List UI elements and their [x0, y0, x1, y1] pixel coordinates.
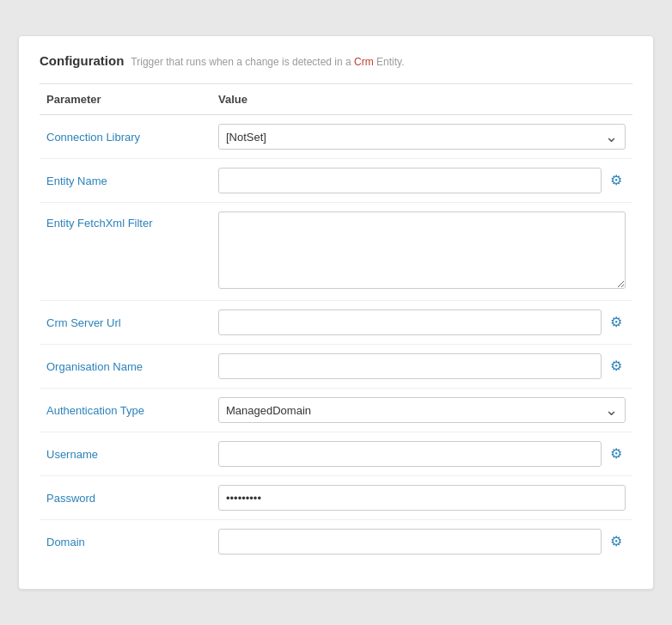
table-row: Organisation Name⚙	[40, 345, 632, 389]
select-authentication-type[interactable]: ManagedDomain⌄	[218, 397, 626, 423]
value-domain: ⚙	[211, 520, 632, 564]
table-row: Domain⚙	[40, 520, 632, 564]
label-organisation-name: Organisation Name	[40, 345, 211, 389]
table-row: Authentication TypeManagedDomain⌄	[40, 389, 632, 432]
value-entity-fetchxml-filter	[211, 203, 632, 301]
value-organisation-name: ⚙	[211, 345, 632, 389]
select-value-authentication-type: ManagedDomain	[226, 404, 311, 417]
chevron-down-icon: ⌄	[605, 402, 618, 418]
table-row: Username⚙	[40, 432, 632, 476]
card-subtitle: Trigger that runs when a change is detec…	[131, 56, 404, 68]
gear-button-username[interactable]: ⚙	[607, 445, 626, 463]
select-value-connection-library: [NotSet]	[226, 131, 266, 144]
label-entity-name: Entity Name	[40, 159, 211, 203]
label-entity-fetchxml-filter: Entity FetchXml Filter	[40, 203, 211, 301]
gear-button-organisation-name[interactable]: ⚙	[607, 358, 626, 375]
input-wrap-entity-name: ⚙	[218, 168, 626, 193]
value-password	[211, 476, 632, 520]
table-row: Entity Name⚙	[40, 159, 632, 203]
table-row: Entity FetchXml Filter	[40, 203, 632, 301]
input-wrap-password	[218, 485, 626, 511]
card-header: Configuration Trigger that runs when a c…	[40, 53, 632, 68]
label-crm-server-url: Crm Server Url	[40, 301, 211, 345]
gear-button-domain[interactable]: ⚙	[607, 533, 626, 550]
input-organisation-name[interactable]	[218, 353, 602, 379]
label-connection-library: Connection Library	[40, 115, 211, 159]
card-title: Configuration	[40, 53, 124, 68]
input-wrap-username: ⚙	[218, 441, 626, 467]
input-username[interactable]	[218, 441, 602, 467]
input-entity-name[interactable]	[218, 168, 602, 193]
gear-button-entity-name[interactable]: ⚙	[607, 172, 626, 189]
input-wrap-domain: ⚙	[218, 529, 626, 555]
textarea-entity-fetchxml-filter[interactable]	[218, 211, 626, 289]
input-wrap-crm-server-url: ⚙	[218, 309, 626, 335]
input-wrap-organisation-name: ⚙	[218, 353, 626, 379]
chevron-down-icon: ⌄	[605, 129, 618, 144]
table-row: Password	[40, 476, 632, 520]
label-authentication-type: Authentication Type	[40, 389, 211, 432]
configuration-card: Configuration Trigger that runs when a c…	[18, 35, 654, 590]
select-connection-library[interactable]: [NotSet]⌄	[218, 124, 626, 150]
label-username: Username	[40, 432, 211, 476]
input-domain[interactable]	[218, 529, 602, 555]
table-row: Connection Library[NotSet]⌄	[40, 115, 632, 159]
value-crm-server-url: ⚙	[211, 301, 632, 345]
value-authentication-type: ManagedDomain⌄	[211, 389, 632, 432]
value-entity-name: ⚙	[211, 159, 632, 203]
value-username: ⚙	[211, 432, 632, 476]
value-connection-library: [NotSet]⌄	[211, 115, 632, 159]
input-crm-server-url[interactable]	[218, 309, 602, 335]
col-value: Value	[211, 84, 632, 115]
table-body: Connection Library[NotSet]⌄Entity Name⚙E…	[40, 115, 632, 564]
col-parameter: Parameter	[40, 84, 211, 115]
parameters-table: Parameter Value Connection Library[NotSe…	[40, 84, 632, 563]
table-header: Parameter Value	[40, 84, 632, 115]
gear-button-crm-server-url[interactable]: ⚙	[607, 314, 626, 331]
table-row: Crm Server Url⚙	[40, 301, 632, 345]
textarea-wrap-entity-fetchxml-filter	[218, 211, 626, 291]
label-domain: Domain	[40, 520, 211, 564]
label-password: Password	[40, 476, 211, 520]
input-password[interactable]	[218, 485, 626, 511]
